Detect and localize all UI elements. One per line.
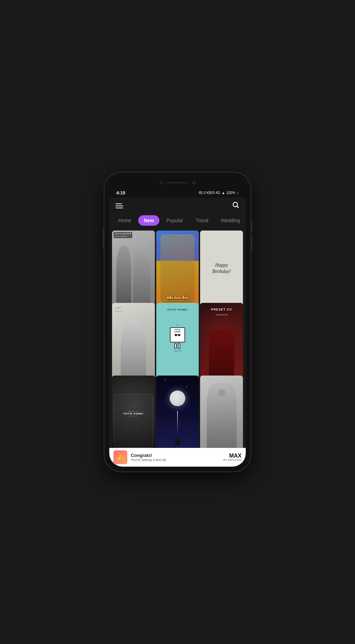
search-button[interactable]: [232, 201, 239, 210]
phone-screen: 4:15 85.0 KB/S 4G ▲ 100% ○: [109, 177, 246, 467]
status-right-icons: 85.0 KB/S 4G ▲ 100% ○: [199, 191, 239, 195]
grid-item-1[interactable]: Chưa bao giờ mẹ kểCreator: buian2004: [112, 231, 155, 306]
moon-beam: [177, 411, 178, 434]
item-5-title: FOTO KAMU: [167, 308, 187, 311]
grid-item-5[interactable]: ✦ 🕶️ FOTO KAMU size 9:16: [156, 303, 199, 379]
item-6-subtitle: Ukuran 9:16: [200, 311, 243, 317]
svg-line-1: [237, 206, 238, 208]
signal-icon: ▲: [221, 191, 225, 195]
grid-item-3[interactable]: HappyBirthday!: [200, 231, 243, 306]
ad-text-block: Congrats! You're seeing a test ad.: [131, 453, 220, 462]
ad-title: Congrats!: [131, 453, 220, 458]
camera-dot: [159, 181, 163, 184]
grid-item-6[interactable]: PRESET CC Ukuran 9:16: [200, 303, 243, 379]
phone-device: 4:15 85.0 KB/S 4G ▲ 100% ○: [104, 172, 251, 472]
grid-item-7[interactable]: Template CC FOTO KAMU size Frame 1:1: [112, 376, 155, 448]
tab-trend[interactable]: Trend: [190, 215, 214, 226]
phone-notch: [109, 177, 246, 188]
grid-item-9[interactable]: [200, 376, 243, 448]
toolbar: [109, 198, 246, 214]
tab-wedding[interactable]: Wedding: [215, 215, 245, 226]
hamburger-menu-button[interactable]: [116, 203, 123, 208]
status-time: 4:15: [116, 190, 125, 195]
item-5-subtitle: size 9:16: [170, 350, 185, 352]
status-bar: 4:15 85.0 KB/S 4G ▲ 100% ○: [109, 188, 246, 198]
tab-home[interactable]: Home: [113, 215, 137, 226]
power-button[interactable]: [102, 228, 104, 249]
volume-up-button[interactable]: [251, 221, 253, 232]
grid-item-2[interactable]: Mẫu Scan Ảnh MISS GRAND INTERNATIONAL: [156, 231, 199, 306]
moon-element: [169, 391, 185, 406]
item-2-overlay-text: Mẫu Scan Ảnh: [156, 296, 199, 299]
app-content: Home New Popular Trend Wedding Chưa bao …: [109, 198, 246, 467]
tab-popular[interactable]: Popular: [161, 215, 189, 226]
grid-item-8[interactable]: [156, 376, 199, 448]
item-7-overlay: Template CC FOTO KAMU size Frame 1:1: [124, 410, 143, 417]
ad-subtitle: You're seeing a test ad.: [131, 458, 220, 462]
ad-info-icon[interactable]: i: [113, 459, 118, 464]
content-grid: Chưa bao giờ mẹ kểCreator: buian2004 Mẫu…: [109, 229, 246, 448]
robot-icon: 🕶️ FOTO KAMU: [170, 327, 185, 343]
grid-item-4[interactable]: HappyBirthday: [112, 303, 155, 379]
battery-icon: ○: [237, 191, 239, 195]
camera-dot-2: [192, 181, 196, 184]
battery-text: 100%: [226, 191, 235, 195]
volume-down-button[interactable]: [251, 235, 253, 252]
ad-banner[interactable]: i 👍 Congrats! You're seeing a test ad. M…: [109, 448, 246, 467]
item-1-overlay-text: Chưa bao giờ mẹ kểCreator: buian2004: [115, 233, 131, 238]
network-speed-text: 85.0 KB/S 4G: [199, 191, 220, 195]
tabs-bar: Home New Popular Trend Wedding: [109, 214, 246, 229]
item-3-text: HappyBirthday!: [212, 262, 231, 275]
speaker-bar: [167, 182, 188, 184]
item-4-overlay-text: HappyBirthday: [114, 306, 123, 313]
ad-brand: MAX BY APPLOVIN: [223, 453, 242, 462]
tab-new[interactable]: New: [138, 215, 159, 226]
